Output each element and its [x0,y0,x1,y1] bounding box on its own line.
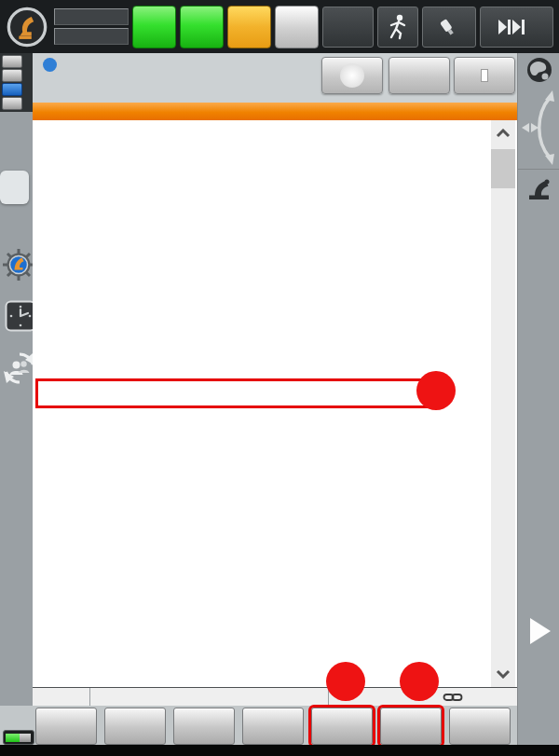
softkey-change[interactable] [35,708,97,745]
play-panel-icon[interactable] [528,616,552,646]
softkey-motion[interactable] [173,708,235,745]
settings-robot-icon[interactable] [2,248,35,282]
ack-arrow-icon [2,97,22,110]
connection-indicator [3,730,34,745]
softkey-touch-up[interactable] [380,708,442,745]
step-forward-icon [498,20,526,34]
confirm-all-label [481,69,488,82]
softkey-block-selection[interactable] [311,708,373,745]
kuka-smartpad-screen [0,0,559,756]
world-coordinates-icon[interactable] [525,56,553,84]
running-man-icon [386,13,410,41]
softkey-bar [0,706,559,746]
softkey-edit[interactable] [449,708,511,745]
ack-counter[interactable] [2,97,31,109]
softkey-commands[interactable] [104,708,166,745]
jog-curve-icon[interactable] [520,89,559,167]
indicator-gray-segment [20,734,31,742]
override-field[interactable] [54,8,129,25]
info-icon [2,83,22,96]
close-editor-button[interactable] [0,171,29,204]
breakpoint-cell [33,688,90,707]
chevron-up-icon [496,129,511,138]
scrollbar-thumb[interactable] [491,149,515,188]
error-icon [2,55,22,68]
info-counter[interactable] [2,83,31,95]
robot-axis-mode-icon[interactable] [525,174,554,204]
rail-divider [518,169,559,170]
warning-counter[interactable] [2,70,31,82]
chevron-down-icon [496,669,511,679]
scroll-up-button[interactable] [491,120,515,146]
help-icon [340,63,364,88]
status-key-opmode[interactable] [275,6,319,48]
scroll-down-button[interactable] [491,661,515,687]
editor-status-bar [33,687,517,707]
warning-icon [2,69,22,82]
bottom-bezel [0,745,559,756]
module-path-field[interactable] [54,28,129,45]
confirm-all-button[interactable] [454,57,515,94]
editor-scrollbar[interactable] [491,120,515,687]
annotation-rect-line11 [35,378,429,408]
speed-override-button[interactable] [322,7,374,48]
link-cell [439,688,467,707]
indicator-green-segment [6,734,20,742]
message-panel [33,53,517,103]
message-info-icon [43,58,57,72]
message-header [43,58,63,72]
ok-button[interactable] [389,57,450,94]
tool-base-button[interactable] [422,7,476,48]
jog-rail [517,53,559,746]
help-button[interactable] [321,57,383,94]
top-status-bar [0,0,559,53]
clock-icon[interactable] [5,300,36,332]
status-key-run[interactable] [227,6,271,48]
message-counters [0,53,33,112]
kuka-robot-logo-icon[interactable] [6,6,48,48]
status-key-submit[interactable] [132,6,176,48]
file-path-cell [90,688,329,707]
tool-icon [438,17,457,37]
program-fields [54,8,129,45]
chain-link-icon [443,692,463,703]
editor-title-bar [33,103,517,120]
program-run-mode-button[interactable] [377,7,417,48]
status-key-drives[interactable] [180,6,224,48]
annotation-circle-1 [416,371,456,410]
annotation-circle-3 [400,662,439,701]
error-counter[interactable] [2,56,31,68]
step-mode-button[interactable] [480,7,553,48]
annotation-circle-2 [326,662,365,701]
softkey-open-close-fold[interactable] [242,708,304,745]
